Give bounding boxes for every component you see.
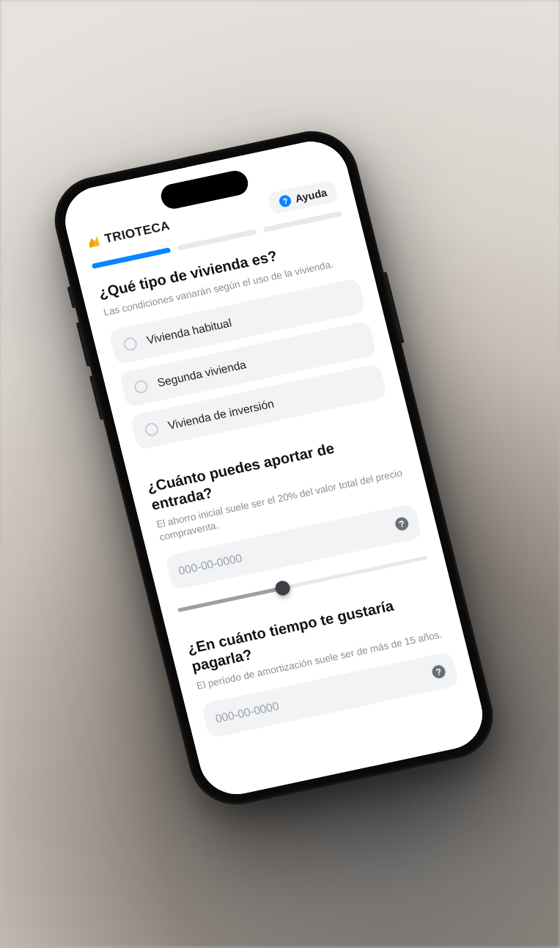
option-label: Vivienda de inversión — [166, 397, 275, 432]
option-label: Segunda vivienda — [156, 358, 248, 389]
radio-icon — [133, 379, 150, 394]
question-vivienda-tipo: ¿Qué tipo de vivienda es? Las condicione… — [97, 231, 390, 458]
question-mark-icon: ? — [278, 194, 292, 207]
slider-thumb[interactable] — [273, 579, 291, 597]
help-label: Ayuda — [294, 186, 328, 205]
help-button[interactable]: ? Ayuda — [268, 179, 339, 214]
brand-name: TRIOTECA — [103, 218, 172, 246]
brand-logo: TRIOTECA — [84, 218, 171, 251]
question-aporte-entrada: ¿Cuánto puedes aportar de entrada? El ah… — [145, 425, 430, 620]
slider-fill — [177, 586, 283, 611]
option-label: Vivienda habitual — [145, 316, 233, 347]
radio-icon — [122, 336, 139, 351]
radio-icon — [144, 422, 160, 437]
brand-mark-icon — [84, 233, 102, 251]
